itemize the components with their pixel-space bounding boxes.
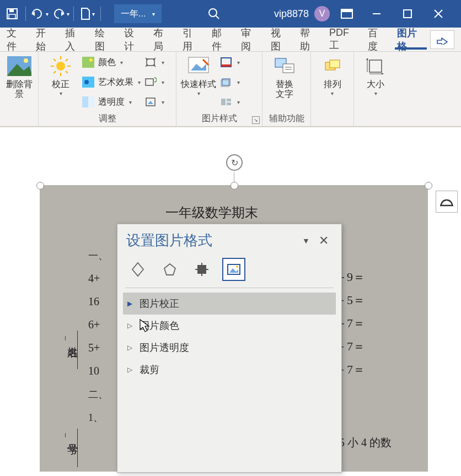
tab-draw[interactable]: 绘图 [89, 28, 119, 52]
pane-tab-picture[interactable] [222, 258, 245, 281]
tab-view[interactable]: 视图 [265, 28, 294, 52]
change-picture-button[interactable]: ▾ [144, 74, 164, 90]
share-button[interactable] [430, 30, 454, 49]
selection-handle[interactable] [230, 182, 238, 190]
svg-rect-50 [369, 60, 382, 72]
color-button[interactable]: 颜色▾ [82, 54, 141, 71]
undo-button[interactable]: ▾ [29, 4, 49, 24]
tab-baidu[interactable]: 百度 [362, 28, 392, 52]
tab-references[interactable]: 引用 [177, 28, 206, 52]
pane-item-corrections[interactable]: ▶图片校正 [123, 293, 336, 315]
picture-effects-button[interactable]: ▾ [219, 74, 240, 90]
search-button[interactable] [208, 8, 228, 20]
tab-review[interactable]: 审阅 [235, 28, 265, 52]
close-button[interactable] [433, 9, 455, 19]
tab-picture-format[interactable]: 图片格 [392, 28, 430, 52]
svg-rect-38 [221, 64, 231, 67]
group-label-styles: 图片样式 [181, 113, 258, 125]
remove-background-button[interactable]: 删除背景 [4, 54, 34, 100]
group-label-accessibility: 辅助功能 [267, 113, 306, 125]
redo-button[interactable]: ▾ [50, 4, 70, 24]
styles-dialog-launcher[interactable]: ↘ [252, 116, 260, 124]
save-button[interactable] [2, 4, 22, 24]
pane-tab-fill[interactable] [126, 258, 149, 281]
svg-marker-53 [366, 58, 368, 60]
tab-insert[interactable]: 插入 [60, 28, 89, 52]
ribbon-display-button[interactable] [341, 9, 363, 19]
document-heading: 一年级数学期末 [165, 204, 258, 221]
pane-tab-effects[interactable] [158, 258, 181, 281]
tab-pdf[interactable]: PDF工 [324, 28, 362, 52]
tab-file[interactable]: 文件 [1, 28, 30, 52]
svg-rect-10 [404, 10, 411, 18]
exam-left-column: 一、 4+ 16 6+ 5+ 10 二、 1、 [88, 249, 108, 434]
pane-item-crop[interactable]: ▷裁剪 [123, 359, 336, 381]
svg-rect-1 [9, 9, 14, 12]
minimize-button[interactable] [372, 9, 394, 19]
svg-point-26 [89, 58, 93, 62]
document-name: 一年... [121, 8, 146, 20]
pane-close-button[interactable]: ✕ [315, 234, 333, 248]
format-picture-pane: 设置图片格式 ▼ ✕ ▶图片校正 ▷图片颜色 ▷图片透明度 ▷裁剪 [117, 224, 342, 473]
layout-options-button[interactable] [436, 191, 458, 213]
svg-marker-54 [382, 73, 384, 74]
selection-handle[interactable] [36, 182, 44, 190]
tab-design[interactable]: 设计 [119, 28, 148, 52]
pane-item-transparency[interactable]: ▷图片透明度 [123, 337, 336, 359]
reset-picture-button[interactable]: ▾ [144, 94, 164, 110]
selection-handle[interactable] [425, 182, 432, 190]
svg-rect-32 [146, 79, 153, 85]
new-doc-button[interactable]: ▾ [77, 4, 97, 24]
svg-line-24 [53, 71, 56, 73]
vertical-label-number: 学号 [65, 433, 81, 437]
svg-rect-45 [283, 64, 294, 73]
compress-pictures-button[interactable]: ▾ [144, 54, 164, 71]
ribbon-tabs: 文件 开始 插入 绘图 设计 布局 引用 邮件 审阅 视图 帮助 PDF工 百度… [0, 28, 461, 52]
maximize-button[interactable] [403, 9, 425, 19]
arrange-button[interactable]: 排列 ▾ [315, 54, 349, 96]
svg-rect-25 [82, 57, 94, 68]
svg-rect-29 [82, 96, 88, 107]
document-name-dropdown[interactable]: 一年... ▾ [114, 4, 162, 23]
quick-styles-button[interactable]: 快速样式 ▾ [181, 54, 216, 96]
svg-point-15 [24, 58, 28, 63]
pane-title: 设置图片格式 [126, 231, 212, 250]
pane-options-dropdown[interactable]: ▼ [297, 236, 315, 245]
svg-point-28 [84, 80, 89, 84]
tab-mailings[interactable]: 邮件 [206, 28, 235, 52]
ribbon-body: 删除背景 校正 ▾ 颜色▾ 艺术效果▾ [0, 52, 461, 127]
svg-rect-42 [227, 99, 231, 101]
tab-help[interactable]: 帮助 [294, 28, 324, 52]
rotate-handle-icon[interactable]: ↻ [226, 154, 243, 171]
transparency-button[interactable]: 透明度▾ [82, 94, 141, 110]
group-label-adjust: 调整 [43, 113, 171, 125]
svg-rect-2 [9, 14, 15, 19]
account-area[interactable]: vip8878 V [274, 6, 330, 21]
svg-point-16 [56, 62, 65, 71]
title-bar: ▾ ▾ ▾ 一年... ▾ vip8878 V [0, 0, 461, 28]
svg-line-6 [216, 15, 219, 19]
svg-rect-41 [221, 99, 226, 105]
tab-home[interactable]: 开始 [30, 28, 60, 52]
svg-rect-8 [341, 9, 352, 12]
picture-border-button[interactable]: ▾ [219, 54, 240, 71]
user-name: vip8878 [274, 8, 309, 20]
pane-section-list: ▶图片校正 ▷图片颜色 ▷图片透明度 ▷裁剪 [117, 288, 341, 385]
svg-rect-30 [88, 96, 94, 107]
svg-line-23 [66, 59, 68, 61]
vertical-label-name: 姓名 [65, 336, 81, 340]
artistic-effects-button[interactable]: 艺术效果▾ [82, 74, 141, 90]
size-button[interactable]: 大小 ▾ [358, 54, 393, 96]
picture-layout-button[interactable]: ▾ [219, 94, 240, 110]
svg-point-63 [236, 266, 238, 268]
tab-layout[interactable]: 布局 [148, 28, 177, 52]
alt-text-button[interactable]: 替换 文字 [267, 54, 302, 100]
pane-item-color[interactable]: ▷图片颜色 [123, 315, 336, 337]
corrections-button[interactable]: 校正 ▾ [43, 54, 78, 96]
pane-tab-layout[interactable] [190, 258, 213, 281]
quick-access-toolbar: ▾ ▾ ▾ [2, 4, 103, 24]
svg-line-22 [66, 71, 68, 73]
document-canvas[interactable]: ↻ 一年级数学期末 姓名 学号 一、 4+ 16 6+ 5+ 10 二、 1、 … [0, 127, 461, 476]
svg-marker-56 [132, 263, 143, 276]
svg-marker-57 [164, 264, 175, 275]
